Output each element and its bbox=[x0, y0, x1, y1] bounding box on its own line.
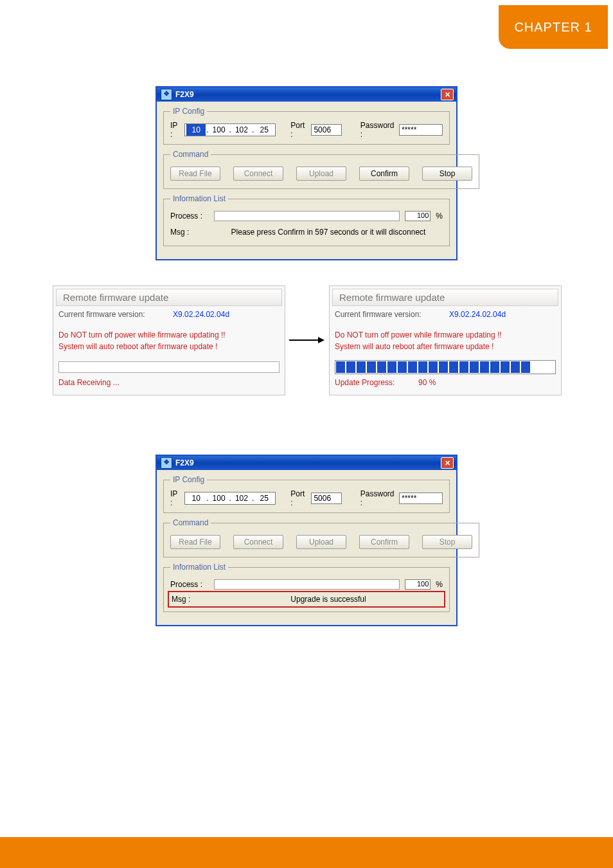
port-input[interactable] bbox=[311, 493, 342, 504]
window-title: F2X9 bbox=[175, 458, 194, 467]
window-title: F2X9 bbox=[175, 90, 194, 99]
info-legend: Information List bbox=[170, 194, 228, 203]
msg-text: Please press Confirm in 597 seconds or i… bbox=[214, 226, 443, 238]
info-group: Information List Process : 100 % Msg : P… bbox=[163, 194, 450, 246]
password-input[interactable] bbox=[399, 493, 443, 504]
password-input[interactable] bbox=[399, 124, 443, 136]
process-label: Process : bbox=[170, 212, 209, 221]
ip-input[interactable]: . . . bbox=[184, 492, 276, 505]
command-group: Command Read File Connect Upload Confirm… bbox=[163, 150, 479, 189]
chapter-tab-text: CHAPTER 1 bbox=[514, 20, 592, 35]
rfu-current-line: Current firmware version: X9.02.24.02.04… bbox=[330, 309, 561, 320]
titlebar: ✥ F2X9 ✕ bbox=[157, 456, 456, 470]
stop-button[interactable]: Stop bbox=[422, 167, 472, 181]
process-progress bbox=[214, 211, 400, 221]
command-legend: Command bbox=[170, 150, 211, 159]
rfu-title: Remote firmware update bbox=[56, 289, 282, 306]
app-icon: ✥ bbox=[161, 457, 172, 469]
process-value: 100 bbox=[405, 579, 431, 590]
ip-oct2[interactable] bbox=[209, 493, 229, 504]
ip-label: IP : bbox=[170, 489, 181, 507]
ip-oct4[interactable] bbox=[254, 124, 274, 136]
ip-oct4[interactable] bbox=[254, 493, 274, 504]
password-label: Password : bbox=[360, 489, 395, 507]
ip-oct3[interactable] bbox=[232, 493, 251, 504]
read-file-button[interactable]: Read File bbox=[170, 535, 220, 549]
msg-text: Upgrade is successful bbox=[215, 593, 441, 605]
rfu-warn2: System will auto reboot after firmware u… bbox=[53, 341, 285, 352]
footer-bar bbox=[0, 837, 613, 868]
rfu-bottom-text: Data Receiving ... bbox=[53, 377, 285, 388]
rfu-version: X9.02.24.02.04d bbox=[173, 310, 229, 319]
f2x9-window-success: ✥ F2X9 ✕ IP Config IP : . . . Port : bbox=[155, 455, 458, 626]
msg-label: Msg : bbox=[170, 228, 209, 237]
rfu-current-line: Current firmware version: X9.02.24.02.04… bbox=[53, 309, 285, 320]
rfu-current-label: Current firmware version: bbox=[335, 310, 422, 319]
info-legend: Information List bbox=[170, 563, 228, 572]
close-icon[interactable]: ✕ bbox=[441, 457, 454, 469]
arrow-icon bbox=[289, 337, 324, 343]
connect-button[interactable]: Connect bbox=[233, 535, 283, 549]
info-group: Information List Process : 100 % Msg : U… bbox=[163, 563, 450, 612]
rfu-progress-value: 90 % bbox=[418, 378, 436, 387]
rfu-progress-line: Update Progress: 90 % bbox=[330, 377, 561, 388]
upload-button[interactable]: Upload bbox=[296, 167, 346, 181]
rfu-panel-receiving: Remote firmware update Current firmware … bbox=[53, 285, 285, 395]
rfu-progress-bar bbox=[335, 360, 556, 374]
process-label: Process : bbox=[170, 580, 209, 589]
port-label: Port : bbox=[290, 489, 307, 507]
read-file-button[interactable]: Read File bbox=[170, 167, 220, 181]
ip-oct3[interactable] bbox=[232, 124, 251, 136]
upload-button[interactable]: Upload bbox=[296, 535, 346, 549]
rfu-progress-label: Update Progress: bbox=[335, 378, 395, 387]
ip-oct1[interactable] bbox=[186, 124, 206, 136]
command-group: Command Read File Connect Upload Confirm… bbox=[163, 518, 479, 557]
chapter-tab: CHAPTER 1 bbox=[499, 5, 608, 49]
connect-button[interactable]: Connect bbox=[233, 167, 283, 181]
process-value: 100 bbox=[405, 211, 431, 221]
percent-unit: % bbox=[436, 212, 443, 221]
ip-config-group: IP Config IP : . . . Port : Password : bbox=[163, 475, 450, 513]
rfu-version: X9.02.24.02.04d bbox=[449, 310, 506, 319]
rfu-title: Remote firmware update bbox=[332, 289, 558, 306]
confirm-button[interactable]: Confirm bbox=[359, 535, 409, 549]
titlebar: ✥ F2X9 ✕ bbox=[157, 87, 456, 102]
app-icon: ✥ bbox=[161, 89, 172, 100]
percent-unit: % bbox=[436, 580, 443, 589]
ip-oct2[interactable] bbox=[209, 124, 229, 136]
ip-config-legend: IP Config bbox=[170, 107, 207, 116]
rfu-warn1: Do NOT turn off power while firmware upd… bbox=[53, 329, 285, 341]
close-icon[interactable]: ✕ bbox=[441, 89, 454, 100]
rfu-panel-progress: Remote firmware update Current firmware … bbox=[329, 285, 562, 395]
port-label: Port : bbox=[290, 121, 307, 139]
rfu-warn1: Do NOT turn off power while firmware upd… bbox=[330, 329, 561, 341]
rfu-empty-progress bbox=[58, 361, 280, 373]
process-progress bbox=[214, 579, 400, 590]
confirm-button[interactable]: Confirm bbox=[359, 167, 409, 181]
stop-button[interactable]: Stop bbox=[422, 535, 472, 549]
ip-input[interactable]: . . . bbox=[184, 123, 276, 136]
command-legend: Command bbox=[170, 518, 211, 527]
msg-highlight: Msg : Upgrade is successful bbox=[168, 591, 445, 608]
ip-label: IP : bbox=[170, 121, 181, 139]
port-input[interactable] bbox=[311, 124, 342, 136]
rfu-current-label: Current firmware version: bbox=[58, 310, 145, 319]
ip-config-legend: IP Config bbox=[170, 475, 207, 484]
password-label: Password : bbox=[360, 121, 395, 139]
msg-label: Msg : bbox=[172, 595, 210, 604]
f2x9-window-confirm: ✥ F2X9 ✕ IP Config IP : . . . Port : bbox=[155, 86, 458, 260]
rfu-warn2: System will auto reboot after firmware u… bbox=[330, 341, 561, 352]
ip-oct1[interactable] bbox=[186, 493, 206, 504]
ip-config-group: IP Config IP : . . . Port : Password : bbox=[163, 107, 450, 145]
